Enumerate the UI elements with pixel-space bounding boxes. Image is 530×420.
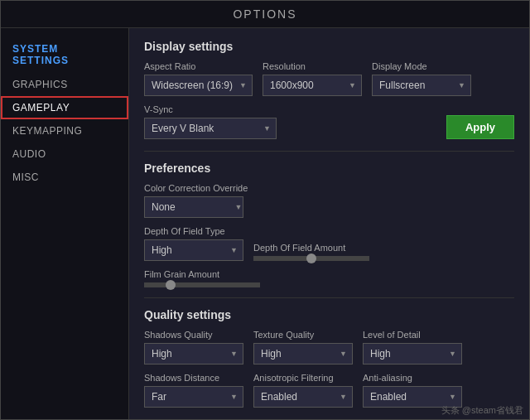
resolution-label: Resolution: [263, 61, 362, 71]
sidebar: SYSTEM SETTINGS GRAPHICS GAMEPLAY KEYMAP…: [1, 28, 129, 419]
quality-row1: Shadows Quality High Medium Low Off Text…: [144, 330, 514, 364]
shadows-distance-select[interactable]: Far Medium Near: [144, 386, 243, 408]
main-content: Display settings Aspect Ratio Widescreen…: [129, 28, 529, 419]
options-window: OPTIONS SYSTEM SETTINGS GRAPHICS GAMEPLA…: [0, 0, 530, 420]
texture-quality-label: Texture Quality: [253, 330, 353, 340]
film-grain-field: Film Grain Amount: [144, 269, 260, 287]
display-mode-select-wrap[interactable]: Fullscreen Windowed Borderless: [372, 75, 471, 96]
shadows-distance-field: Shadows Distance Far Medium Near: [144, 373, 243, 408]
dof-type-select-wrap[interactable]: High Medium Low Off: [144, 239, 243, 261]
resolution-field: Resolution 1600x900 1920x1080 1280x720: [263, 61, 362, 96]
quality-row2: Shadows Distance Far Medium Near Anisotr…: [144, 373, 514, 408]
title-bar: OPTIONS: [1, 1, 529, 28]
display-mode-select[interactable]: Fullscreen Windowed Borderless: [372, 75, 471, 96]
anisotropic-filtering-select[interactable]: Enabled Disabled: [253, 386, 353, 408]
dof-type-select[interactable]: High Medium Low Off: [144, 239, 243, 261]
vsync-select[interactable]: Every V Blank Off Every 2nd V Blank: [144, 118, 277, 139]
sidebar-item-graphics[interactable]: GRAPHICS: [1, 73, 128, 96]
resolution-select[interactable]: 1600x900 1920x1080 1280x720: [263, 75, 362, 96]
dof-amount-slider[interactable]: [253, 256, 369, 261]
aspect-ratio-field: Aspect Ratio Widescreen (16:9) Standard …: [144, 61, 253, 96]
display-mode-field: Display Mode Fullscreen Windowed Borderl…: [372, 61, 471, 96]
color-correction-field: Color Correction Override None Low Mediu…: [144, 183, 248, 218]
vsync-row: V-Sync Every V Blank Off Every 2nd V Bla…: [144, 104, 514, 139]
anisotropic-filtering-field: Anisotropic Filtering Enabled Disabled: [253, 373, 353, 408]
preferences-title: Preferences: [144, 162, 514, 175]
preferences-row3: Film Grain Amount: [144, 269, 514, 287]
shadows-quality-select[interactable]: High Medium Low Off: [144, 343, 243, 364]
film-grain-slider[interactable]: [144, 282, 260, 287]
shadows-quality-select-wrap[interactable]: High Medium Low Off: [144, 343, 243, 364]
vsync-label: V-Sync: [144, 104, 277, 114]
color-correction-select-wrap[interactable]: None Low Medium High: [144, 196, 248, 218]
vsync-field: V-Sync Every V Blank Off Every 2nd V Bla…: [144, 104, 277, 139]
window-title: OPTIONS: [233, 7, 296, 21]
quality-settings-title: Quality settings: [144, 308, 514, 321]
dof-amount-field: Depth Of Field Amount: [253, 243, 369, 261]
shadows-quality-field: Shadows Quality High Medium Low Off: [144, 330, 243, 364]
aspect-ratio-label: Aspect Ratio: [144, 61, 253, 71]
anisotropic-filtering-select-wrap[interactable]: Enabled Disabled: [253, 386, 353, 408]
content-area: SYSTEM SETTINGS GRAPHICS GAMEPLAY KEYMAP…: [1, 28, 529, 419]
divider-2: [144, 297, 514, 298]
level-of-detail-label: Level of Detail: [363, 330, 462, 340]
display-settings-title: Display settings: [144, 40, 514, 53]
sidebar-item-misc[interactable]: MISC: [1, 166, 128, 189]
anti-aliasing-label: Anti-aliasing: [363, 373, 462, 383]
texture-quality-select[interactable]: High Medium Low: [253, 343, 353, 364]
resolution-select-wrap[interactable]: 1600x900 1920x1080 1280x720: [263, 75, 362, 96]
watermark: 头条 @steam省钱君: [441, 404, 523, 417]
shadows-distance-label: Shadows Distance: [144, 373, 243, 383]
apply-button[interactable]: Apply: [446, 115, 514, 139]
sidebar-item-audio[interactable]: AUDIO: [1, 142, 128, 166]
color-correction-label: Color Correction Override: [144, 183, 248, 193]
texture-quality-field: Texture Quality High Medium Low: [253, 330, 353, 364]
dof-amount-label: Depth Of Field Amount: [253, 243, 369, 253]
display-settings-row1: Aspect Ratio Widescreen (16:9) Standard …: [144, 61, 514, 96]
sidebar-item-gameplay[interactable]: GAMEPLAY: [1, 96, 128, 119]
preferences-row1: Color Correction Override None Low Mediu…: [144, 183, 514, 218]
shadows-quality-label: Shadows Quality: [144, 330, 243, 340]
sidebar-item-keymapping[interactable]: KEYMAPPING: [1, 119, 128, 142]
level-of-detail-select[interactable]: High Medium Low: [363, 343, 462, 364]
texture-quality-select-wrap[interactable]: High Medium Low: [253, 343, 353, 364]
level-of-detail-select-wrap[interactable]: High Medium Low: [363, 343, 462, 364]
anti-aliasing-field: Anti-aliasing Enabled Disabled: [363, 373, 462, 408]
vsync-select-wrap[interactable]: Every V Blank Off Every 2nd V Blank: [144, 118, 277, 139]
sidebar-section-title: SYSTEM SETTINGS: [1, 38, 128, 73]
color-correction-select[interactable]: None Low Medium High: [144, 196, 243, 218]
anisotropic-filtering-label: Anisotropic Filtering: [253, 373, 353, 383]
aspect-ratio-select-wrap[interactable]: Widescreen (16:9) Standard (4:3): [144, 75, 253, 96]
dof-type-field: Depth Of Field Type High Medium Low Off: [144, 226, 243, 261]
aspect-ratio-select[interactable]: Widescreen (16:9) Standard (4:3): [144, 75, 253, 96]
divider-1: [144, 151, 514, 152]
display-mode-label: Display Mode: [372, 61, 471, 71]
film-grain-label: Film Grain Amount: [144, 269, 260, 279]
shadows-distance-select-wrap[interactable]: Far Medium Near: [144, 386, 243, 408]
preferences-row2: Depth Of Field Type High Medium Low Off …: [144, 226, 514, 261]
level-of-detail-field: Level of Detail High Medium Low: [363, 330, 462, 364]
dof-type-label: Depth Of Field Type: [144, 226, 243, 236]
